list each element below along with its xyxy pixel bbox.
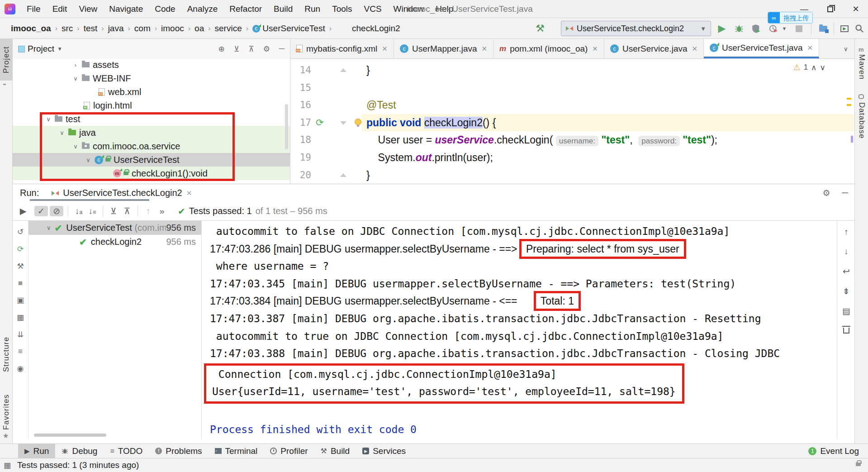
breadcrumb-oa[interactable]: oa [194,24,204,33]
locate-file-icon[interactable]: ⊕ [218,44,225,54]
test-tree-checklogin2[interactable]: ✔ checkLogin2 956 ms [28,235,201,249]
netdisk-upload-badge[interactable]: ∞ 拖拽上传 [768,12,813,24]
thread-dump-icon[interactable]: ▣ [17,296,24,305]
menu-vcs[interactable]: VCS [359,3,387,15]
run-tab[interactable]: UserServiceTest.checkLogin2 ✕ [52,188,192,198]
toolwindow-todo[interactable]: ≡TODO [104,444,149,458]
project-scrollbar[interactable] [285,104,288,149]
fold-marker-icon[interactable] [340,173,346,177]
code-area[interactable]: 14} 15 16@Test 17⟳public void checkLogin… [290,59,854,184]
inspection-widget[interactable]: ⚠ 1 ∧ ∨ [793,62,825,72]
breadcrumb-com[interactable]: com [134,24,151,33]
scrollbar-warning-mark[interactable] [847,98,851,100]
rerun-button[interactable]: ▶ [16,206,30,216]
breadcrumb-java[interactable]: java [108,24,124,33]
toolwindow-build[interactable]: ⚒Build [314,444,356,458]
rerun-failed-tests-icon[interactable]: ⟳ [17,244,24,254]
debug-button[interactable] [732,21,746,36]
tree-item-assets[interactable]: ›assets [13,58,290,72]
toolwindow-services[interactable]: ▶Services [356,444,412,458]
star-icon[interactable]: ★ [3,432,9,440]
tree-horizontal-scrollbar[interactable] [34,434,106,437]
restore-button[interactable] [820,0,840,18]
scrollbar-caret-mark[interactable] [851,136,853,143]
close-icon[interactable]: ✕ [186,189,192,197]
hide-panel-icon[interactable]: ─ [279,44,285,53]
expand-all-icon[interactable]: ⊻ [234,44,239,54]
menu-analyze[interactable]: Analyze [182,3,223,15]
tree-item-web-inf[interactable]: ∨WEB-INF [13,72,290,85]
scroll-up-icon[interactable]: ↑ [844,227,849,237]
scroll-down-icon[interactable]: ↓ [844,247,849,257]
toolwindow-switcher-icon[interactable]: ▦ [4,461,11,470]
toolwindow-terminal[interactable]: ›Terminal [209,444,264,458]
close-icon[interactable]: ✕ [482,45,488,53]
more-actions-button[interactable]: » [155,206,169,216]
breadcrumb-src[interactable]: src [62,24,73,33]
breadcrumb-imooc[interactable]: imooc [161,24,184,33]
close-icon[interactable]: ✕ [592,45,598,53]
tree-item-test[interactable]: ∨test [13,112,290,126]
print-icon[interactable]: ▤ [842,306,850,316]
toolwindow-problems[interactable]: !Problems [149,444,208,458]
menu-refactor[interactable]: Refactor [224,3,267,15]
breadcrumb-service[interactable]: service [215,24,242,33]
fold-marker-icon[interactable] [340,68,346,72]
tab-userservicetest[interactable]: cUserServiceTest.java✕ [704,39,819,58]
test-history-icon[interactable]: ≡ [18,347,23,356]
menu-code[interactable]: Code [150,3,180,15]
menu-build[interactable]: Build [269,3,298,15]
build-project-button[interactable]: ⚒ [533,21,547,36]
menu-run[interactable]: Run [299,3,325,15]
collapse-all-button[interactable]: ⊼ [120,206,134,216]
breadcrumb-project[interactable]: imooc_oa [11,24,51,33]
prev-warning-icon[interactable]: ∧ [811,63,816,72]
toolwindow-tab-structure[interactable]: Structure [0,337,13,372]
run-test-gutter-icon[interactable]: ⟳ [316,114,324,132]
tree-item-package[interactable]: ∨com.imooc.oa.service [13,139,290,153]
close-icon[interactable]: ✕ [382,45,388,53]
fold-marker-icon[interactable] [340,121,346,125]
event-log-button[interactable]: 1 Event Log [808,446,868,456]
import-tests-icon[interactable]: ⇊ [17,330,24,339]
show-passed-toggle[interactable]: ✓ [34,206,48,216]
expand-all-button[interactable]: ⊻ [107,206,120,216]
run-configuration-select[interactable]: UserServiceTest.checkLogin2 ▼ [561,21,711,36]
hidden-tabs-icon[interactable]: ∨ [837,45,854,52]
toolwindow-tab-project[interactable]: Project [0,39,13,81]
chevron-down-icon[interactable]: ▼ [57,46,62,52]
close-button[interactable]: ✕ [845,0,866,18]
tree-item-login-html[interactable]: login.html [13,99,290,112]
clear-console-icon[interactable] [843,328,849,334]
scrollbar-warning-mark[interactable] [847,104,851,106]
menu-tools[interactable]: Tools [327,3,357,15]
toolwindow-tab-database[interactable]: Database [855,102,868,139]
run-button[interactable]: ▶ [715,21,729,36]
tab-mybatis-config[interactable]: mybatis-config.xml✕ [290,39,394,58]
toolwindow-debug[interactable]: Debug [55,444,104,458]
tab-userservice[interactable]: cUserService.java✕ [604,39,704,58]
test-tree-root[interactable]: ∨ ✔ UserServiceTest (com.imc 956 ms [28,221,201,235]
breadcrumb-method[interactable]: checkLogin2 [352,24,400,33]
soft-wrap-icon[interactable]: ↩ [843,266,850,277]
show-ignored-toggle[interactable]: ⊘ [50,206,63,216]
pin-tab-icon[interactable]: ◉ [17,364,24,373]
test-settings-icon[interactable]: ⚒ [17,262,24,271]
coverage-icon[interactable]: ▦ [17,313,24,322]
menu-navigate[interactable]: Navigate [104,3,148,15]
toolwindow-tab-favorites[interactable]: Favorites [0,394,13,430]
collapse-all-icon[interactable]: ⊼ [248,44,254,54]
hide-panel-icon[interactable]: ─ [842,188,848,198]
menu-edit[interactable]: Edit [47,3,72,15]
sort-alphabetically-button[interactable]: ↓a [72,206,85,216]
tree-item-userservicetest[interactable]: ∨cUserServiceTest [13,153,290,167]
tree-item-web-xml[interactable]: web.xml [13,85,290,99]
tree-item-checklogin1[interactable]: mcheckLogin1():void [13,167,290,180]
next-warning-icon[interactable]: ∨ [820,63,825,72]
menu-file[interactable]: File [22,3,46,15]
scroll-to-end-icon[interactable]: ⇟ [843,286,850,296]
project-structure-button[interactable] [815,21,831,36]
menu-view[interactable]: View [74,3,102,15]
chevron-down-icon[interactable]: ∨ [47,224,51,231]
breadcrumb-class[interactable]: UserServiceTest [262,24,325,33]
